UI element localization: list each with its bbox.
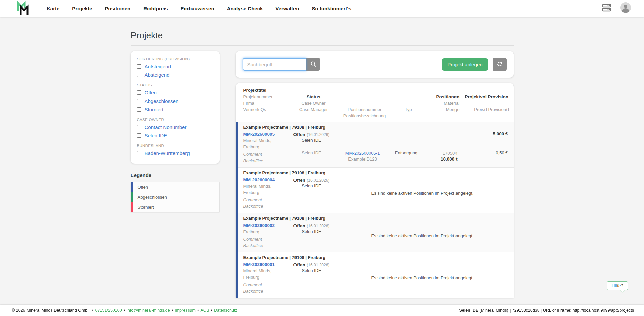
case-owner: Selen IDE	[286, 268, 337, 274]
project-title: Example Projectname | 79108 | Freiburg	[243, 216, 508, 223]
header-col-positionen: Positionen Material Menge	[426, 87, 460, 119]
footer-separator: •	[124, 308, 125, 313]
filter-option-absteigend[interactable]: Absteigend	[137, 71, 214, 79]
header-col-position: Positionsnummer Positionsbezeichnung	[339, 87, 391, 119]
header-positionen: Positionen	[426, 93, 460, 100]
filter-option-contact-nonumber[interactable]: Contact Nonumber	[137, 123, 214, 131]
nav-item-einbauweisen[interactable]: Einbauweisen	[181, 6, 214, 11]
table-body: Example Projectname | 79108 | Freiburg M…	[236, 122, 514, 298]
header-typ: Typ	[391, 106, 426, 113]
legend-color-storniert	[131, 202, 133, 212]
project-number-link[interactable]: MM-202600002	[243, 223, 286, 229]
checkbox-selen-ide[interactable]	[137, 133, 141, 138]
filter-section-sortierung: SORTIERUNG (PROVISION)	[137, 57, 214, 61]
filter-section-status: STATUS	[137, 83, 214, 87]
case-owner: Selen IDE	[286, 183, 337, 189]
table-row[interactable]: Example Projectname | 79108 | Freiburg M…	[238, 167, 514, 213]
status-label: Offen	[293, 262, 305, 267]
filter-label: Baden-Württemberg	[145, 150, 190, 156]
case-owner: Selen IDE	[286, 229, 337, 235]
footer: © 2026 Mineral Minds Deutschland GmbH • …	[0, 305, 644, 316]
footer-copyright: © 2026 Mineral Minds Deutschland GmbH	[12, 308, 90, 313]
status-date: (16.01.2026)	[307, 224, 329, 228]
nav-item-verwalten[interactable]: Verwalten	[275, 6, 299, 11]
nav-item-positionen[interactable]: Positionen	[105, 6, 131, 11]
nav-item-so-funktionierts[interactable]: So funktioniert's	[312, 6, 351, 11]
checkbox-offen[interactable]	[137, 90, 141, 95]
project-number-link[interactable]: MM-202600004	[243, 177, 286, 183]
checkbox-storniert[interactable]	[137, 107, 141, 112]
checkbox-contact-nonumber[interactable]	[137, 125, 141, 129]
position-menge: 10.000 t	[424, 156, 458, 162]
filter-section-case-owner: CASE OWNER	[137, 118, 214, 122]
header-status: Status	[288, 93, 339, 100]
project-number-link[interactable]: MM-202600005	[243, 131, 286, 137]
mineral-minds-logo-icon[interactable]	[15, 1, 35, 16]
table-row[interactable]: Example Projectname | 79108 | Freiburg M…	[238, 122, 514, 167]
refresh-button[interactable]	[493, 58, 507, 71]
project-vermerk: Backoffice	[243, 157, 286, 164]
search-button[interactable]	[306, 58, 320, 71]
footer-phone-link[interactable]: 07151/250100	[95, 308, 122, 313]
legend-color-abgeschlossen	[131, 192, 133, 202]
checkbox-aufsteigend[interactable]	[137, 64, 141, 69]
no-positions-message: Es sind keine aktiven Positionen im Proj…	[371, 191, 474, 196]
help-button[interactable]: Hilfe?	[607, 281, 628, 290]
footer-email-link[interactable]: info@mineral-minds.de	[127, 308, 170, 313]
project-vermerk: Backoffice	[243, 242, 286, 249]
project-firma: Freiburg	[243, 189, 286, 196]
status-date: (16.01.2026)	[307, 178, 329, 183]
status-date: (16.01.2026)	[307, 132, 329, 137]
table-header: Projekttitel Projektnummer Firma Vermerk…	[236, 83, 514, 122]
filter-option-storniert[interactable]: Storniert	[137, 105, 214, 114]
project-number-link[interactable]: MM-202600001	[243, 262, 286, 268]
project-vermerk: Backoffice	[243, 288, 286, 294]
footer-agb-link[interactable]: AGB	[200, 308, 209, 313]
header-positionsnummer: Positionsnummer	[339, 106, 391, 113]
legend-title: Legende	[131, 172, 220, 178]
filter-option-offen[interactable]: Offen	[137, 88, 214, 97]
table-row[interactable]: Example Projectname | 79108 | Freiburg M…	[238, 252, 514, 298]
filter-option-aufsteigend[interactable]: Aufsteigend	[137, 62, 214, 71]
checkbox-absteigend[interactable]	[137, 73, 141, 77]
filter-option-abgeschlossen[interactable]: Abgeschlossen	[137, 97, 214, 105]
server-icon[interactable]	[602, 3, 612, 14]
header-provision-t: Provision/T	[488, 106, 510, 113]
header-col-provision: Provision Provision/T	[488, 87, 508, 119]
filter-option-baden-wuerttemberg[interactable]: Baden-Württemberg	[137, 149, 214, 157]
legend-item-offen: Offen	[131, 182, 219, 192]
create-project-button[interactable]: Projekt anlegen	[442, 58, 488, 71]
title-divider	[131, 45, 514, 46]
session-details: (Mineral Minds) | 729153c26d38 | URL of …	[478, 308, 634, 313]
legend: Offen Abgeschlossen Storniert	[131, 182, 220, 212]
checkbox-abgeschlossen[interactable]	[137, 99, 141, 103]
project-title: Example Projectname | 79108 | Freiburg	[243, 255, 508, 262]
provision-value: 5.000 €	[486, 131, 508, 146]
footer-impressum-link[interactable]: Impressum	[175, 308, 196, 313]
header-col-typ: Typ	[391, 87, 426, 119]
case-owner: Selen IDE	[286, 137, 337, 143]
legend-label: Storniert	[133, 202, 158, 212]
footer-datenschutz-link[interactable]: Datenschutz	[214, 308, 237, 313]
search-input[interactable]	[243, 58, 306, 71]
nav-item-projekte[interactable]: Projekte	[72, 6, 92, 11]
checkbox-baden-wuerttemberg[interactable]	[137, 151, 141, 155]
nav-item-karte[interactable]: Karte	[47, 6, 59, 11]
header-menge: Menge	[426, 106, 460, 113]
user-avatar-icon[interactable]	[620, 2, 631, 15]
position-material: 170504	[424, 150, 458, 156]
session-info: Selen IDE (Mineral Minds) | 729153c26d38…	[459, 308, 634, 313]
legend-color-offen	[131, 182, 133, 192]
footer-separator: •	[197, 308, 199, 313]
project-firma: Freiburg	[243, 274, 286, 280]
filter-option-selen-ide[interactable]: Selen IDE	[137, 131, 214, 140]
nav-item-analyse-check[interactable]: Analyse Check	[227, 6, 263, 11]
nav-item-richtpreis[interactable]: Richtpreis	[143, 6, 168, 11]
filter-label: Abgeschlossen	[145, 98, 179, 104]
filter-label: Aufsteigend	[145, 64, 171, 69]
header-firma: Firma	[243, 100, 288, 106]
table-row[interactable]: Example Projectname | 79108 | Freiburg M…	[238, 213, 514, 252]
position-preis: —	[458, 150, 486, 164]
status-label: Offen	[293, 178, 305, 183]
position-number-link[interactable]: MM-202600005-1	[337, 150, 389, 156]
